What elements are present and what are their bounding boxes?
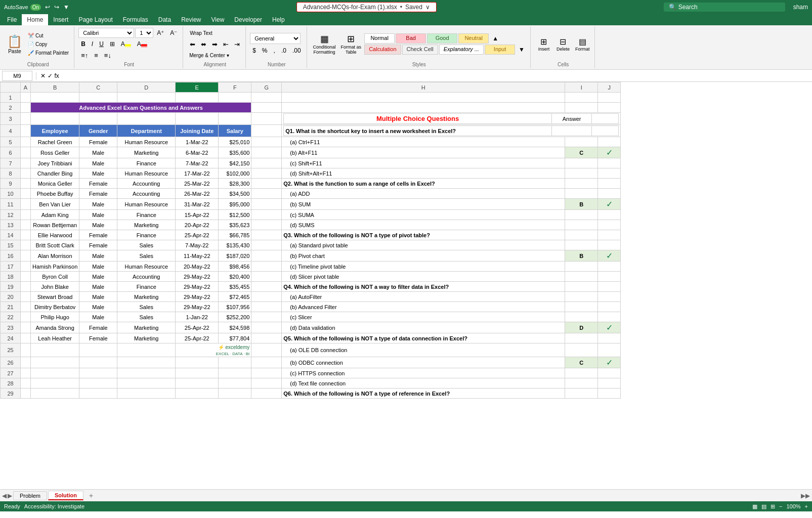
cell-c21[interactable]: Male [79,302,117,312]
cell-b4-header[interactable]: Employee [31,125,79,137]
cell-j2[interactable] [598,103,621,113]
cell-a17[interactable] [21,262,31,272]
cell-c23[interactable]: Female [79,322,117,333]
cell-c1[interactable] [79,93,117,103]
tab-formulas[interactable]: Formulas [118,14,153,25]
cell-d14[interactable]: Finance [117,230,176,240]
font-family-select[interactable]: Calibri [78,28,134,38]
cell-e29[interactable] [176,388,219,399]
cell-a1[interactable] [21,93,31,103]
cell-g23[interactable] [251,322,282,333]
cell-f10[interactable]: $34,500 [219,189,251,199]
cell-g2[interactable] [251,103,282,113]
cell-g17[interactable] [251,262,282,272]
cell-e24[interactable]: 25-Apr-22 [176,333,219,343]
cell-e14[interactable]: 25-Apr-22 [176,230,219,240]
cell-c7[interactable]: Male [79,158,117,168]
cell-a6[interactable] [21,147,31,158]
cell-f27[interactable] [219,368,251,378]
conditional-formatting-button[interactable]: ▦ ConditionalFormatting [311,32,338,56]
cell-g10[interactable] [251,189,282,199]
cell-a25[interactable] [21,343,31,357]
cell-b29[interactable] [31,388,79,399]
cell-a24[interactable] [21,333,31,343]
format-painter-button[interactable]: 🖌️ Format Painter [26,49,71,57]
cell-g3[interactable] [251,113,282,125]
tab-home[interactable]: Home [22,14,48,25]
zoom-in-icon[interactable]: + [805,503,808,509]
cell-d19[interactable]: Finance [117,282,176,292]
cell-b14[interactable]: Ellie Harwood [31,230,79,240]
cell-g5[interactable] [251,137,282,147]
cell-a22[interactable] [21,312,31,322]
cell-e18[interactable]: 29-May-22 [176,272,219,282]
col-header-f[interactable]: F [219,82,251,93]
cell-e11[interactable]: 31-Mar-22 [176,199,219,210]
cell-b3[interactable] [31,113,79,125]
cell-d22[interactable]: Sales [117,312,176,322]
cell-g24[interactable] [251,333,282,343]
currency-button[interactable]: $ [250,46,259,56]
cell-g6[interactable] [251,147,282,158]
tab-help[interactable]: Help [267,14,290,25]
cell-c29[interactable] [79,388,117,399]
cell-f14[interactable]: $66,785 [219,230,251,240]
style-check-cell-button[interactable]: Check Cell [402,45,438,55]
cell-g20[interactable] [251,292,282,302]
cell-d24[interactable]: Marketing [117,333,176,343]
cell-e1[interactable] [176,93,219,103]
cell-e16[interactable]: 11-May-22 [176,250,219,262]
scroll-sheets-left[interactable]: ◀ [2,492,7,499]
cell-g8[interactable] [251,168,282,179]
cell-a13[interactable] [21,220,31,230]
cell-d13[interactable]: Marketing [117,220,176,230]
cell-reference-input[interactable] [2,71,32,81]
cell-g11[interactable] [251,199,282,210]
cell-b5[interactable]: Rachel Green [31,137,79,147]
cancel-formula-icon[interactable]: ✕ [40,72,46,79]
cell-b22[interactable]: Philip Hugo [31,312,79,322]
zoom-out-icon[interactable]: − [779,503,782,509]
page-layout-icon[interactable]: ▤ [761,503,766,510]
cell-d10[interactable]: Accounting [117,189,176,199]
cell-a16[interactable] [21,250,31,262]
cell-e4-header[interactable]: Joining Date [176,125,219,137]
scroll-sheets-right[interactable]: ▶ [8,492,12,499]
format-table-button[interactable]: ⊞ Format asTable [339,32,364,56]
align-right-button[interactable]: ➡ [209,39,220,49]
cell-b1[interactable] [31,93,79,103]
search-bar[interactable]: 🔍 Search [664,3,785,12]
cell-c11[interactable]: Male [79,199,117,210]
style-calculation-button[interactable]: Calculation [364,45,401,55]
tab-file[interactable]: File [2,14,22,25]
cell-h1[interactable] [282,93,565,103]
cell-e21[interactable]: 29-May-22 [176,302,219,312]
cell-f13[interactable]: $35,623 [219,220,251,230]
cell-b6[interactable]: Ross Geller [31,147,79,158]
col-header-a[interactable]: A [21,82,31,93]
cell-a15[interactable] [21,240,31,250]
cell-b27[interactable] [31,368,79,378]
cell-a14[interactable] [21,230,31,240]
style-input-button[interactable]: Input [485,45,515,55]
col-header-e[interactable]: E [176,82,219,93]
cell-b17[interactable]: Hamish Parkinson [31,262,79,272]
cell-d3[interactable] [117,113,176,125]
col-header-j[interactable]: J [598,82,621,93]
cell-d17[interactable]: Human Resource [117,262,176,272]
cell-a5[interactable] [21,137,31,147]
cell-f1[interactable] [219,93,251,103]
cell-c19[interactable]: Male [79,282,117,292]
confirm-formula-icon[interactable]: ✓ [48,72,53,79]
insert-function-icon[interactable]: fx [55,72,59,79]
cell-f23[interactable]: $24,598 [219,322,251,333]
cell-b20[interactable]: Stewart Broad [31,292,79,302]
cell-e7[interactable]: 7-Mar-22 [176,158,219,168]
cell-c26[interactable] [79,357,117,368]
styles-scroll-up-button[interactable]: ▲ [490,33,501,44]
cell-b25[interactable] [31,343,79,357]
cell-c15[interactable]: Female [79,240,117,250]
align-left-button[interactable]: ⬅ [187,39,198,49]
cell-a12[interactable] [21,210,31,220]
cell-a3[interactable] [21,113,31,125]
